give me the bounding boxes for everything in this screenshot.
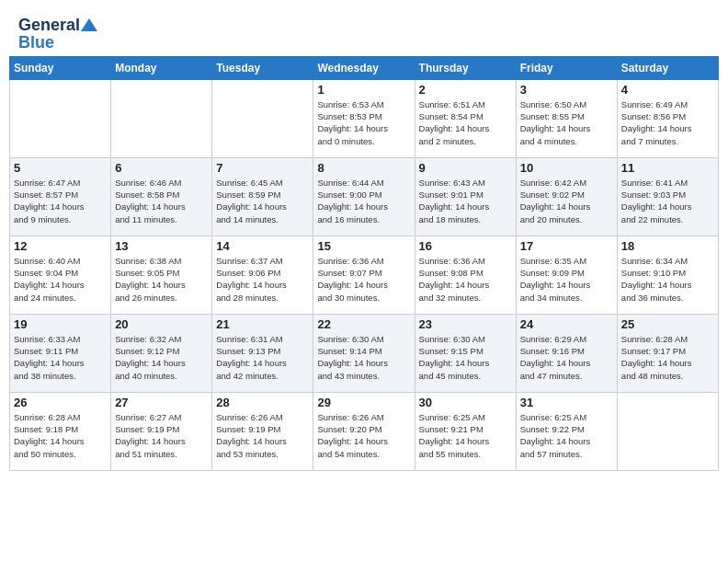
day-info: Sunrise: 6:38 AM Sunset: 9:05 PM Dayligh… xyxy=(115,255,208,304)
weekday-header-monday: Monday xyxy=(111,56,212,79)
day-info: Sunrise: 6:50 AM Sunset: 8:55 PM Dayligh… xyxy=(520,98,613,147)
day-info: Sunrise: 6:25 AM Sunset: 9:22 PM Dayligh… xyxy=(520,411,613,460)
day-info: Sunrise: 6:30 AM Sunset: 9:14 PM Dayligh… xyxy=(317,333,410,382)
calendar-day-cell xyxy=(10,79,111,157)
day-number: 16 xyxy=(419,239,512,253)
day-number: 19 xyxy=(14,317,107,331)
calendar-day-cell: 31Sunrise: 6:25 AM Sunset: 9:22 PM Dayli… xyxy=(516,392,617,470)
calendar-day-cell: 12Sunrise: 6:40 AM Sunset: 9:04 PM Dayli… xyxy=(10,236,111,314)
calendar-day-cell: 27Sunrise: 6:27 AM Sunset: 9:19 PM Dayli… xyxy=(111,392,212,470)
day-number: 18 xyxy=(621,239,714,253)
day-number: 10 xyxy=(520,161,613,175)
day-info: Sunrise: 6:26 AM Sunset: 9:19 PM Dayligh… xyxy=(216,411,309,460)
day-number: 25 xyxy=(621,317,714,331)
day-number: 7 xyxy=(216,161,309,175)
calendar-week-row: 1Sunrise: 6:53 AM Sunset: 8:53 PM Daylig… xyxy=(10,79,719,157)
day-info: Sunrise: 6:25 AM Sunset: 9:21 PM Dayligh… xyxy=(419,411,512,460)
day-number: 4 xyxy=(621,83,714,97)
day-number: 23 xyxy=(419,317,512,331)
calendar-week-row: 26Sunrise: 6:28 AM Sunset: 9:18 PM Dayli… xyxy=(10,392,719,470)
day-number: 1 xyxy=(317,83,410,97)
day-number: 22 xyxy=(317,317,410,331)
day-number: 17 xyxy=(520,239,613,253)
day-number: 27 xyxy=(115,396,208,409)
calendar-day-cell: 17Sunrise: 6:35 AM Sunset: 9:09 PM Dayli… xyxy=(516,236,617,314)
calendar-day-cell: 20Sunrise: 6:32 AM Sunset: 9:12 PM Dayli… xyxy=(111,314,212,392)
calendar-day-cell: 16Sunrise: 6:36 AM Sunset: 9:08 PM Dayli… xyxy=(415,236,516,314)
calendar-day-cell: 13Sunrise: 6:38 AM Sunset: 9:05 PM Dayli… xyxy=(111,236,212,314)
day-info: Sunrise: 6:53 AM Sunset: 8:53 PM Dayligh… xyxy=(317,98,410,147)
day-info: Sunrise: 6:47 AM Sunset: 8:57 PM Dayligh… xyxy=(14,177,107,225)
calendar-day-cell: 30Sunrise: 6:25 AM Sunset: 9:21 PM Dayli… xyxy=(415,392,516,470)
day-number: 14 xyxy=(216,239,309,253)
day-info: Sunrise: 6:30 AM Sunset: 9:15 PM Dayligh… xyxy=(419,333,512,382)
day-number: 28 xyxy=(216,396,309,409)
calendar-day-cell: 18Sunrise: 6:34 AM Sunset: 9:10 PM Dayli… xyxy=(617,236,718,314)
calendar-week-row: 19Sunrise: 6:33 AM Sunset: 9:11 PM Dayli… xyxy=(10,314,719,392)
day-info: Sunrise: 6:44 AM Sunset: 9:00 PM Dayligh… xyxy=(317,177,410,225)
day-info: Sunrise: 6:27 AM Sunset: 9:19 PM Dayligh… xyxy=(115,411,208,460)
calendar-week-row: 12Sunrise: 6:40 AM Sunset: 9:04 PM Dayli… xyxy=(10,236,719,314)
day-info: Sunrise: 6:51 AM Sunset: 8:54 PM Dayligh… xyxy=(419,98,512,147)
day-number: 15 xyxy=(317,239,410,253)
weekday-header-friday: Friday xyxy=(516,56,617,79)
day-info: Sunrise: 6:45 AM Sunset: 8:59 PM Dayligh… xyxy=(216,177,309,225)
day-number: 29 xyxy=(317,396,410,409)
calendar-day-cell: 4Sunrise: 6:49 AM Sunset: 8:56 PM Daylig… xyxy=(617,79,718,157)
weekday-header-row: SundayMondayTuesdayWednesdayThursdayFrid… xyxy=(10,56,719,79)
day-number: 5 xyxy=(14,161,107,175)
calendar-day-cell: 11Sunrise: 6:41 AM Sunset: 9:03 PM Dayli… xyxy=(617,157,718,236)
calendar-day-cell: 28Sunrise: 6:26 AM Sunset: 9:19 PM Dayli… xyxy=(212,392,313,470)
calendar-day-cell: 1Sunrise: 6:53 AM Sunset: 8:53 PM Daylig… xyxy=(313,79,415,157)
calendar-day-cell: 3Sunrise: 6:50 AM Sunset: 8:55 PM Daylig… xyxy=(516,79,617,157)
day-info: Sunrise: 6:36 AM Sunset: 9:07 PM Dayligh… xyxy=(317,255,410,304)
calendar-day-cell: 25Sunrise: 6:28 AM Sunset: 9:17 PM Dayli… xyxy=(617,314,718,392)
calendar-day-cell: 23Sunrise: 6:30 AM Sunset: 9:15 PM Dayli… xyxy=(415,314,516,392)
day-number: 13 xyxy=(115,239,208,253)
day-info: Sunrise: 6:35 AM Sunset: 9:09 PM Dayligh… xyxy=(520,255,613,304)
weekday-header-sunday: Sunday xyxy=(10,56,111,79)
calendar-day-cell: 6Sunrise: 6:46 AM Sunset: 8:58 PM Daylig… xyxy=(111,157,212,236)
day-info: Sunrise: 6:41 AM Sunset: 9:03 PM Dayligh… xyxy=(621,177,714,225)
day-info: Sunrise: 6:32 AM Sunset: 9:12 PM Dayligh… xyxy=(115,333,208,382)
day-number: 8 xyxy=(317,161,410,175)
day-info: Sunrise: 6:40 AM Sunset: 9:04 PM Dayligh… xyxy=(14,255,107,304)
day-number: 12 xyxy=(14,239,107,253)
calendar-day-cell: 15Sunrise: 6:36 AM Sunset: 9:07 PM Dayli… xyxy=(313,236,415,314)
calendar-day-cell: 29Sunrise: 6:26 AM Sunset: 9:20 PM Dayli… xyxy=(313,392,415,470)
day-number: 24 xyxy=(520,317,613,331)
day-info: Sunrise: 6:42 AM Sunset: 9:02 PM Dayligh… xyxy=(520,177,613,225)
calendar-day-cell: 2Sunrise: 6:51 AM Sunset: 8:54 PM Daylig… xyxy=(415,79,516,157)
page-header: General Blue xyxy=(9,9,719,56)
day-info: Sunrise: 6:37 AM Sunset: 9:06 PM Dayligh… xyxy=(216,255,309,304)
logo-triangle-icon xyxy=(81,18,97,31)
calendar-day-cell: 19Sunrise: 6:33 AM Sunset: 9:11 PM Dayli… xyxy=(10,314,111,392)
day-info: Sunrise: 6:28 AM Sunset: 9:18 PM Dayligh… xyxy=(14,411,107,460)
calendar-day-cell: 24Sunrise: 6:29 AM Sunset: 9:16 PM Dayli… xyxy=(516,314,617,392)
calendar-day-cell: 14Sunrise: 6:37 AM Sunset: 9:06 PM Dayli… xyxy=(212,236,313,314)
calendar-day-cell: 26Sunrise: 6:28 AM Sunset: 9:18 PM Dayli… xyxy=(10,392,111,470)
day-info: Sunrise: 6:49 AM Sunset: 8:56 PM Dayligh… xyxy=(621,98,714,147)
day-number: 21 xyxy=(216,317,309,331)
day-info: Sunrise: 6:34 AM Sunset: 9:10 PM Dayligh… xyxy=(621,255,714,304)
calendar-table: SundayMondayTuesdayWednesdayThursdayFrid… xyxy=(9,56,719,471)
calendar-day-cell: 8Sunrise: 6:44 AM Sunset: 9:00 PM Daylig… xyxy=(313,157,415,236)
calendar-day-cell xyxy=(617,392,718,470)
weekday-header-thursday: Thursday xyxy=(415,56,516,79)
day-info: Sunrise: 6:43 AM Sunset: 9:01 PM Dayligh… xyxy=(419,177,512,225)
day-number: 30 xyxy=(419,396,512,409)
calendar-day-cell: 22Sunrise: 6:30 AM Sunset: 9:14 PM Dayli… xyxy=(313,314,415,392)
day-number: 2 xyxy=(419,83,512,97)
day-info: Sunrise: 6:33 AM Sunset: 9:11 PM Dayligh… xyxy=(14,333,107,382)
day-info: Sunrise: 6:28 AM Sunset: 9:17 PM Dayligh… xyxy=(621,333,714,382)
day-number: 11 xyxy=(621,161,714,175)
day-info: Sunrise: 6:31 AM Sunset: 9:13 PM Dayligh… xyxy=(216,333,309,382)
day-number: 9 xyxy=(419,161,512,175)
day-number: 31 xyxy=(520,396,613,409)
calendar-day-cell xyxy=(111,79,212,157)
calendar-day-cell: 9Sunrise: 6:43 AM Sunset: 9:01 PM Daylig… xyxy=(415,157,516,236)
day-number: 26 xyxy=(14,396,107,409)
weekday-header-wednesday: Wednesday xyxy=(313,56,415,79)
day-number: 6 xyxy=(115,161,208,175)
calendar-day-cell: 7Sunrise: 6:45 AM Sunset: 8:59 PM Daylig… xyxy=(212,157,313,236)
